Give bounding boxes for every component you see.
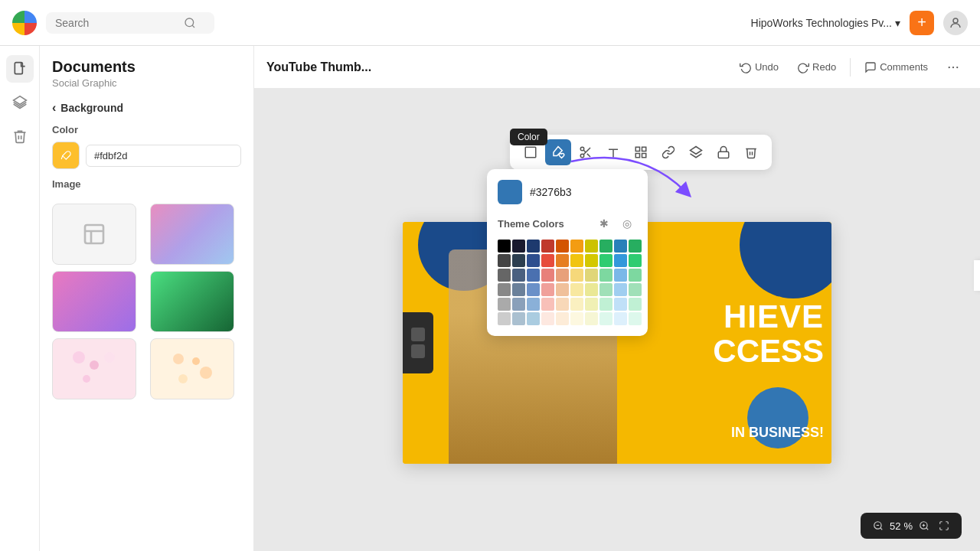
palette-color-cell[interactable] bbox=[556, 269, 569, 282]
palette-color-cell[interactable] bbox=[541, 254, 554, 267]
palette-color-cell[interactable] bbox=[512, 254, 525, 267]
palette-color-cell[interactable] bbox=[614, 240, 627, 253]
palette-color-cell[interactable] bbox=[614, 254, 627, 267]
palette-color-cell[interactable] bbox=[585, 269, 598, 282]
palette-color-cell[interactable] bbox=[541, 240, 554, 253]
palette-color-cell[interactable] bbox=[556, 283, 569, 296]
lock-tool-button[interactable] bbox=[710, 139, 737, 165]
redo-button[interactable]: Redo bbox=[789, 57, 844, 78]
popup-color-swatch[interactable] bbox=[498, 180, 522, 204]
palette-color-cell[interactable] bbox=[585, 312, 598, 325]
palette-color-cell[interactable] bbox=[527, 269, 540, 282]
back-button[interactable]: ‹ Background bbox=[52, 101, 241, 115]
palette-color-cell[interactable] bbox=[498, 298, 511, 311]
palette-color-cell[interactable] bbox=[512, 240, 525, 253]
fullscreen-button[interactable] bbox=[936, 517, 952, 534]
palette-color-cell[interactable] bbox=[614, 269, 627, 282]
palette-color-cell[interactable] bbox=[556, 312, 569, 325]
palette-color-cell[interactable] bbox=[585, 283, 598, 296]
palette-color-cell[interactable] bbox=[498, 254, 511, 267]
palette-color-cell[interactable] bbox=[585, 254, 598, 267]
palette-color-cell[interactable] bbox=[570, 240, 583, 253]
palette-color-cell[interactable] bbox=[556, 240, 569, 253]
palette-color-cell[interactable] bbox=[498, 240, 511, 253]
image-thumb-green-gradient[interactable] bbox=[150, 271, 234, 332]
palette-color-cell[interactable] bbox=[599, 298, 612, 311]
image-thumb-pink-gradient[interactable] bbox=[52, 271, 136, 332]
palette-color-cell[interactable] bbox=[599, 240, 612, 253]
palette-color-cell[interactable] bbox=[570, 254, 583, 267]
zoom-in-icon bbox=[919, 520, 929, 531]
palette-color-cell[interactable] bbox=[512, 283, 525, 296]
grid-tool-button[interactable] bbox=[628, 139, 654, 165]
palette-color-cell[interactable] bbox=[570, 283, 583, 296]
color-popup-header: #3276b3 bbox=[498, 180, 637, 204]
palette-color-cell[interactable] bbox=[585, 298, 598, 311]
zoom-in-button[interactable] bbox=[916, 517, 933, 534]
nav-documents-icon[interactable] bbox=[6, 55, 34, 83]
color-tool-button[interactable] bbox=[545, 139, 571, 165]
palette-color-cell[interactable] bbox=[541, 283, 554, 296]
palette-color-cell[interactable] bbox=[629, 312, 642, 325]
palette-color-cell[interactable] bbox=[614, 298, 627, 311]
nav-layers-icon[interactable] bbox=[6, 89, 34, 116]
palette-color-cell[interactable] bbox=[599, 283, 612, 296]
palette-color-cell[interactable] bbox=[498, 283, 511, 296]
image-thumb-floral-orange[interactable] bbox=[150, 338, 234, 399]
color-swatch[interactable] bbox=[52, 142, 80, 169]
palette-color-cell[interactable] bbox=[570, 312, 583, 325]
color-hex-input[interactable] bbox=[86, 145, 241, 167]
svg-line-39 bbox=[926, 528, 929, 530]
palette-color-cell[interactable] bbox=[629, 283, 642, 296]
layers-tool-button[interactable] bbox=[683, 139, 709, 165]
palette-color-cell[interactable] bbox=[570, 269, 583, 282]
palette-color-cell[interactable] bbox=[512, 269, 525, 282]
image-thumb-placeholder[interactable] bbox=[52, 204, 136, 265]
palette-color-cell[interactable] bbox=[498, 312, 511, 325]
palette-color-cell[interactable] bbox=[629, 254, 642, 267]
text-tool-button[interactable] bbox=[600, 139, 626, 165]
palette-color-cell[interactable] bbox=[512, 312, 525, 325]
palette-color-cell[interactable] bbox=[541, 269, 554, 282]
palette-color-cell[interactable] bbox=[599, 269, 612, 282]
avatar[interactable] bbox=[943, 11, 968, 35]
palette-color-cell[interactable] bbox=[527, 298, 540, 311]
palette-color-cell[interactable] bbox=[498, 269, 511, 282]
palette-color-cell[interactable] bbox=[527, 240, 540, 253]
zoom-out-button[interactable] bbox=[870, 517, 887, 534]
palette-color-cell[interactable] bbox=[614, 283, 627, 296]
palette-color-cell[interactable] bbox=[599, 312, 612, 325]
palette-color-cell[interactable] bbox=[629, 298, 642, 311]
nav-trash-icon[interactable] bbox=[6, 122, 34, 150]
left-panel-icon[interactable] bbox=[403, 312, 433, 373]
trash-tool-button[interactable] bbox=[738, 139, 764, 165]
palette-color-cell[interactable] bbox=[541, 298, 554, 311]
svg-line-25 bbox=[583, 150, 586, 152]
add-button[interactable]: + bbox=[910, 11, 934, 35]
image-thumb-floral-pink[interactable] bbox=[52, 338, 136, 399]
palette-color-cell[interactable] bbox=[614, 312, 627, 325]
company-selector[interactable]: HipoWorks Technologies Pv... ▾ bbox=[751, 17, 900, 29]
search-input[interactable] bbox=[55, 17, 178, 29]
eyedropper-icon-btn[interactable]: ✱ bbox=[594, 214, 614, 233]
undo-button[interactable]: Undo bbox=[732, 57, 786, 78]
color-wheel-icon-btn[interactable]: ◎ bbox=[617, 214, 637, 233]
comments-button[interactable]: Comments bbox=[857, 57, 936, 78]
palette-color-cell[interactable] bbox=[629, 240, 642, 253]
more-options-button[interactable] bbox=[939, 56, 968, 79]
image-thumb-circles[interactable] bbox=[150, 204, 234, 265]
cut-tool-button[interactable] bbox=[573, 139, 599, 165]
palette-color-cell[interactable] bbox=[629, 269, 642, 282]
palette-color-cell[interactable] bbox=[570, 298, 583, 311]
palette-color-cell[interactable] bbox=[585, 240, 598, 253]
palette-color-cell[interactable] bbox=[527, 312, 540, 325]
palette-color-cell[interactable] bbox=[541, 312, 554, 325]
palette-color-cell[interactable] bbox=[556, 298, 569, 311]
link-tool-button[interactable] bbox=[655, 139, 681, 165]
palette-color-cell[interactable] bbox=[512, 298, 525, 311]
palette-color-cell[interactable] bbox=[527, 254, 540, 267]
palette-color-cell[interactable] bbox=[527, 283, 540, 296]
palette-color-cell[interactable] bbox=[556, 254, 569, 267]
toolbar-separator bbox=[850, 58, 851, 77]
palette-color-cell[interactable] bbox=[599, 254, 612, 267]
